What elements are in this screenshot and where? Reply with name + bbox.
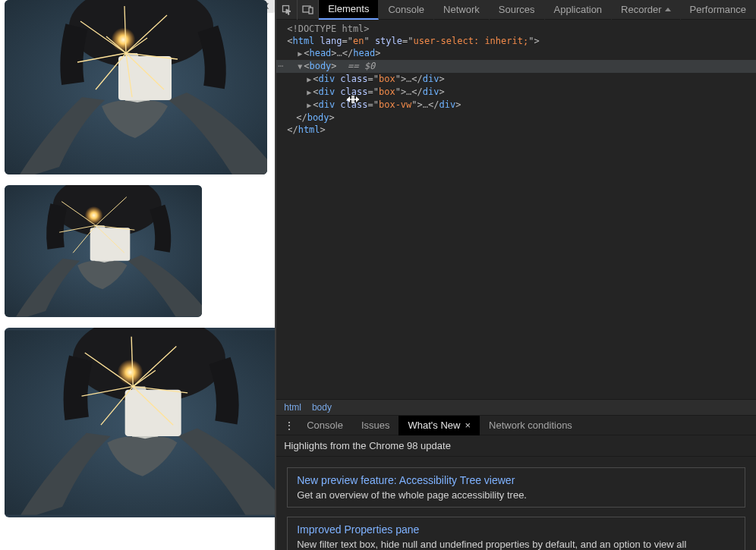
sparkler-photo [5,185,202,317]
devtools-drawer: ⋮ Console Issues What's New× Network con… [276,416,756,550]
tab-network[interactable]: Network [434,0,490,20]
whatsnew-card-title: New preview feature: Accessibility Tree … [297,474,736,486]
tab-label: Console [307,420,343,431]
tab-label: Performance [690,4,746,15]
expand-icon[interactable]: ▶ [305,99,313,112]
inspect-element-icon[interactable] [276,0,298,20]
close-icon[interactable]: × [465,420,471,431]
tab-label: Issues [361,420,390,431]
tab-performance[interactable]: Performance [681,0,756,20]
tab-console[interactable]: Console [379,0,434,20]
dom-div-box[interactable]: ▶<div class="box">…</div> [276,73,756,86]
devtools-tabbar: Elements Console Network Sources Applica… [276,0,756,20]
tab-label: Network conditions [489,420,572,431]
whatsnew-card-title: Improved Properties pane [297,523,736,536]
breadcrumb-item[interactable]: body [312,402,332,413]
collapse-icon[interactable]: ▼ [296,61,304,73]
drawer-tab-console[interactable]: Console [298,416,352,435]
tab-label: What's New [408,420,460,431]
dom-head[interactable]: ▶<head>…</head> [276,47,756,60]
tab-elements[interactable]: Elements [319,0,379,20]
ellipsis-icon: ⋯ [278,60,283,72]
dom-body-open[interactable]: ⋯ ▼<body> == $0 [276,60,756,73]
svg-rect-38 [309,8,313,14]
dom-doctype[interactable]: <!DOCTYPE html> [276,23,756,35]
dom-div-box[interactable]: ▶<div class="box">…</div> [276,86,756,99]
drawer-tab-issues[interactable]: Issues [352,416,399,435]
page-image-box-vw [5,328,275,517]
page-image-box [5,185,202,317]
drawer-tab-network-conditions[interactable]: Network conditions [480,416,581,435]
dom-html-open[interactable]: <html lang="en" style="user-select: inhe… [276,35,756,47]
whatsnew-content[interactable]: New preview feature: Accessibility Tree … [276,457,756,550]
tab-recorder[interactable]: Recorder [612,0,680,20]
drawer-tab-whatsnew[interactable]: What's New× [398,416,480,435]
whatsnew-heading: Highlights from the Chrome 98 update [276,435,756,457]
device-toggle-icon[interactable] [298,0,319,20]
tab-label: Network [443,4,480,15]
tab-application[interactable]: Application [545,0,613,20]
devtools-panel: Elements Console Network Sources Applica… [275,0,756,550]
expand-icon[interactable]: ▶ [305,86,313,99]
drawer-tabbar: ⋮ Console Issues What's New× Network con… [276,416,756,435]
dom-breadcrumb: html body [276,399,756,416]
sparkler-photo [5,328,275,517]
tab-label: Console [388,4,424,15]
dom-html-close[interactable]: </html> [276,124,756,136]
tab-label: Application [554,4,603,15]
page-preview-pane: 374px × 765px [0,0,275,550]
breadcrumb-item[interactable]: html [284,402,301,413]
whatsnew-card-desc: Get an overview of the whole page access… [297,489,736,501]
expand-icon[interactable]: ▶ [296,48,304,60]
whatsnew-card[interactable]: New preview feature: Accessibility Tree … [287,467,745,508]
tab-sources[interactable]: Sources [490,0,545,20]
expand-icon[interactable]: ▶ [305,74,313,86]
sparkler-photo [5,0,267,174]
dom-div-box-vw[interactable]: ▶<div class="box-vw">…</div> [276,99,756,112]
page-image-box [5,0,267,174]
chevron-up-icon [665,8,671,11]
tab-label: Recorder [621,4,661,15]
elements-tree[interactable]: <!DOCTYPE html> <html lang="en" style="u… [276,20,756,399]
whatsnew-card[interactable]: Improved Properties pane New filter text… [287,517,745,550]
more-icon[interactable]: ⋮ [281,420,298,432]
dom-body-close[interactable]: </body> [276,112,756,124]
whatsnew-card-desc: New filter text box, hide null and undef… [297,539,736,550]
tab-label: Elements [328,3,369,14]
tab-label: Sources [499,4,535,15]
